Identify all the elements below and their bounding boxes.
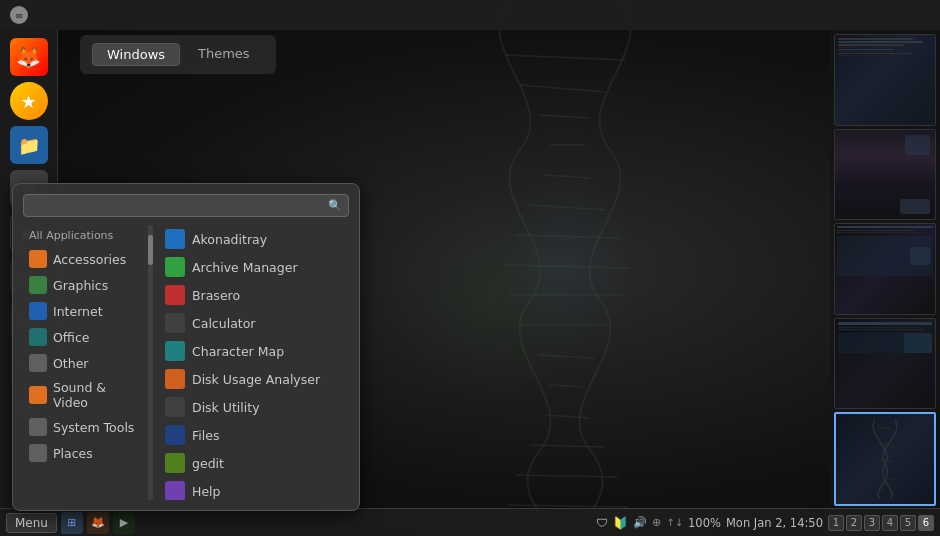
window-switcher: Windows Themes [80, 35, 276, 74]
cat-system-label: System Tools [53, 420, 134, 435]
bluetooth-icon: ⊕ [652, 516, 661, 529]
search-input[interactable] [30, 198, 328, 213]
cat-accessories-label: Accessories [53, 252, 126, 267]
app-character-map-label: Character Map [192, 344, 284, 359]
app-archive-label: Archive Manager [192, 260, 298, 275]
thumbnail-4[interactable] [834, 318, 936, 410]
disk-utility-icon [165, 397, 185, 417]
taskbar-app-icon-2[interactable]: ▶ [113, 512, 135, 534]
network-icon: ↑↓ [666, 517, 683, 528]
app-brasero[interactable]: Brasero [159, 281, 349, 309]
app-archive-manager[interactable]: Archive Manager [159, 253, 349, 281]
cat-places[interactable]: Places [23, 440, 141, 466]
svg-line-3 [540, 115, 590, 118]
right-thumbnails-panel [830, 30, 940, 510]
cat-office-label: Office [53, 330, 90, 345]
disk-usage-icon [165, 369, 185, 389]
brasero-icon [165, 285, 185, 305]
workspace-6-active[interactable]: 6 [918, 515, 934, 531]
search-icon[interactable]: 🔍 [328, 199, 342, 212]
taskbar-window-icon[interactable]: ⊞ [61, 512, 83, 534]
workspace-5[interactable]: 5 [900, 515, 916, 531]
calculator-icon [165, 313, 185, 333]
akonaditray-icon [165, 229, 185, 249]
svg-line-13 [545, 415, 590, 418]
taskbar-right: 🛡 🔰 🔊 ⊕ ↑↓ 100% Mon Jan 2, 14:50 1 2 3 4… [596, 515, 934, 531]
system-tools-icon [29, 418, 47, 436]
places-icon [29, 444, 47, 462]
cat-graphics[interactable]: Graphics [23, 272, 141, 298]
app-akonaditray-label: Akonaditray [192, 232, 267, 247]
thumbnail-2[interactable] [834, 129, 936, 221]
svg-line-20 [880, 461, 892, 462]
app-files[interactable]: Files [159, 421, 349, 449]
app-gedit[interactable]: gedit [159, 449, 349, 477]
scroll-track [148, 225, 153, 500]
desktop: ∞ Windows Themes 🦊 ★ 📁 ⚙ ▶ 🗂 ⇄ ↺ ⏻ 🔍 All… [0, 0, 940, 536]
windows-tab[interactable]: Windows [92, 43, 180, 66]
audio-icon: 🔊 [633, 516, 647, 529]
svg-line-16 [508, 505, 628, 507]
svg-line-1 [505, 55, 625, 60]
thumbnail-3[interactable] [834, 223, 936, 315]
workspace-1[interactable]: 1 [828, 515, 844, 531]
workspace-3[interactable]: 3 [864, 515, 880, 531]
workspace-4[interactable]: 4 [882, 515, 898, 531]
thumbnail-1[interactable] [834, 34, 936, 126]
cat-internet[interactable]: Internet [23, 298, 141, 324]
thumbnail-5-active[interactable] [834, 412, 936, 506]
cat-internet-label: Internet [53, 304, 103, 319]
cat-system-tools[interactable]: System Tools [23, 414, 141, 440]
menu-body: All Applications Accessories Graphics In… [23, 225, 349, 500]
cat-accessories[interactable]: Accessories [23, 246, 141, 272]
workspace-switcher: 1 2 3 4 5 6 [828, 515, 934, 531]
cat-other[interactable]: Other [23, 350, 141, 376]
battery-display: 100% [688, 516, 721, 530]
taskbar: Menu ⊞ 🦊 ▶ 🛡 🔰 🔊 ⊕ ↑↓ 100% Mon Jan 2, 14… [0, 508, 940, 536]
app-gedit-label: gedit [192, 456, 224, 471]
svg-line-18 [877, 428, 893, 430]
app-character-map[interactable]: Character Map [159, 337, 349, 365]
app-disk-usage-label: Disk Usage Analyser [192, 372, 320, 387]
search-bar: 🔍 [23, 194, 349, 217]
files-icon [165, 425, 185, 445]
cat-sound-label: Sound & Video [53, 380, 135, 410]
svg-line-2 [520, 85, 605, 92]
graphics-icon [29, 276, 47, 294]
star-dock-icon[interactable]: ★ [10, 82, 48, 120]
app-brasero-label: Brasero [192, 288, 240, 303]
app-calculator[interactable]: Calculator [159, 309, 349, 337]
security-icon: 🔰 [613, 516, 628, 530]
app-akonaditray[interactable]: Akonaditray [159, 225, 349, 253]
svg-line-12 [550, 385, 585, 387]
app-help[interactable]: Help [159, 477, 349, 500]
scroll-thumb[interactable] [148, 235, 153, 265]
taskbar-app-icon-1[interactable]: 🦊 [87, 512, 109, 534]
taskbar-menu-button[interactable]: Menu [6, 513, 57, 533]
firefox-dock-icon[interactable]: 🦊 [10, 38, 48, 76]
app-help-label: Help [192, 484, 221, 499]
app-disk-utility-label: Disk Utility [192, 400, 260, 415]
cat-sound-video[interactable]: Sound & Video [23, 376, 141, 414]
cat-other-label: Other [53, 356, 89, 371]
help-icon [165, 481, 185, 500]
notification-icon: 🛡 [596, 516, 608, 530]
folder-dock-icon[interactable]: 📁 [10, 126, 48, 164]
cat-graphics-label: Graphics [53, 278, 108, 293]
svg-line-19 [875, 444, 895, 446]
cat-all-applications[interactable]: All Applications [23, 225, 141, 246]
themes-tab[interactable]: Themes [184, 43, 264, 66]
apps-list: Akonaditray Archive Manager Brasero Calc… [159, 225, 349, 500]
app-files-label: Files [192, 428, 219, 443]
sound-video-icon [29, 386, 47, 404]
ambient-glow [390, 200, 590, 400]
top-panel: ∞ [0, 0, 940, 30]
scrollbar [145, 225, 155, 500]
app-disk-usage[interactable]: Disk Usage Analyser [159, 365, 349, 393]
workspace-2[interactable]: 2 [846, 515, 862, 531]
office-icon [29, 328, 47, 346]
app-disk-utility[interactable]: Disk Utility [159, 393, 349, 421]
character-map-icon [165, 341, 185, 361]
gedit-icon [165, 453, 185, 473]
cat-office[interactable]: Office [23, 324, 141, 350]
